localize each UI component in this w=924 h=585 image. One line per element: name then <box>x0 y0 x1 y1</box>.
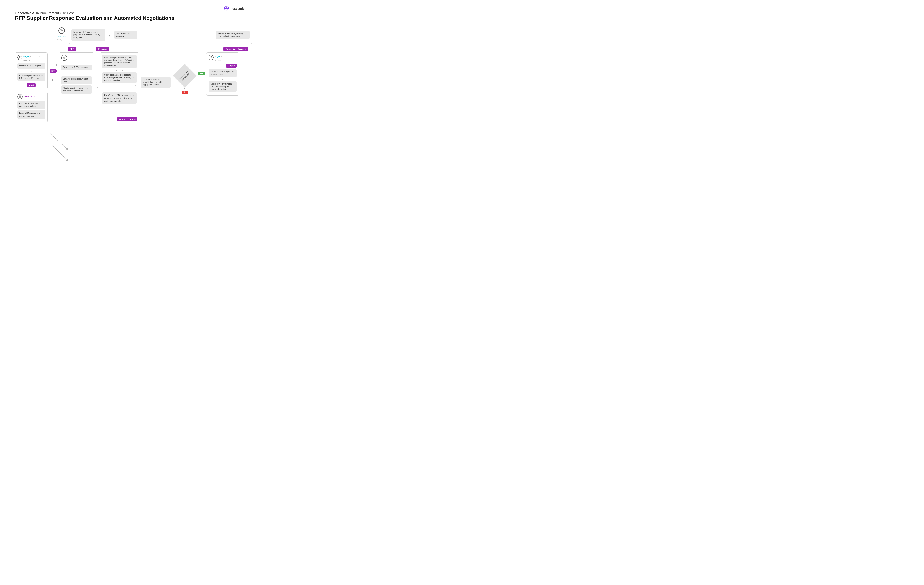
input-badge: Input <box>27 83 36 87</box>
genai-step1: Use LLM to process the proposal and extr… <box>102 55 137 68</box>
buyer2-col: Buyer (Procurement Manager) Output Submi… <box>206 53 239 122</box>
svg-line-10 <box>48 131 68 150</box>
header-title: RFP Supplier Response Evaluation and Aut… <box>15 15 252 21</box>
supplier-sublabel: (Various Vendors) <box>56 37 67 41</box>
svg-point-1 <box>62 29 63 30</box>
proposal-label: Proposal <box>96 47 109 51</box>
buyer1-step1: Initiate a purchase request <box>17 63 45 69</box>
svg-point-0 <box>61 29 62 30</box>
genai-badge: Generative AI Engine <box>117 117 137 121</box>
supplier-step2: Submit custom proposal <box>114 31 137 40</box>
decision-col: Is the proposal acceptable? ▼ No <box>173 53 197 122</box>
datasources-swimlane: Data Sources Past transactional data & p… <box>15 92 48 122</box>
datasources-icon <box>17 94 23 99</box>
buyer1-step2: Provide request details (from ERP system… <box>17 73 45 81</box>
buyer2-icon <box>209 55 214 60</box>
output-badge: Output <box>226 64 236 68</box>
genai-step4: Use GenAI LLM to respond to the proposal… <box>102 92 137 104</box>
buyer1-label: Buyer <box>23 56 28 58</box>
svg-point-6 <box>64 57 65 58</box>
logo-text: nexocode <box>231 7 244 10</box>
datasources-label: Data Sources <box>24 96 36 98</box>
buyer2-step1: Submit purchase request for final proces… <box>209 69 236 77</box>
genai-col: Use LLM to process the proposal and extr… <box>100 53 139 122</box>
rfp-label: RFP <box>68 47 76 51</box>
buyer1-icon <box>17 55 22 60</box>
diagram: Suppliers (Various Vendors) Evaluate RFP… <box>15 27 252 122</box>
svg-point-2 <box>19 56 20 58</box>
genai-step2: Query internal and external data sources… <box>102 72 137 83</box>
supplier-step1: Evaluate RFP and prepare proposal in own… <box>71 29 105 41</box>
datasources-step2: External Database and internet sources <box>17 110 45 119</box>
nexocode-icon <box>224 6 229 12</box>
process-step1: Send out the RFP to suppliers <box>61 64 92 70</box>
process-col: Send out the RFP to suppliers Extract hi… <box>59 53 94 122</box>
process-step2: Extract historical procurement data <box>61 76 92 84</box>
logo: nexocode <box>224 6 244 12</box>
header-subtitle: Generative AI in Procurement Use Case: <box>15 11 252 15</box>
datasources-step1: Past transactional data & procurement po… <box>17 101 45 109</box>
no-badge: No <box>182 91 188 94</box>
svg-point-7 <box>63 57 65 59</box>
supplier-swimlane: Evaluate RFP and prepare proposal in own… <box>69 27 252 44</box>
process-step3: Monitor industry news, reports, and supp… <box>61 86 92 94</box>
svg-line-11 <box>48 140 68 161</box>
supplier-icon <box>58 28 65 34</box>
genai-step3: Compare and evaluate submitted proposal … <box>141 77 171 88</box>
yes-badge: Yes <box>198 72 205 75</box>
supplier-label: Suppliers <box>58 35 65 37</box>
buyer1-swimlane: Buyer (Procurement Manager) Initiate a p… <box>15 53 48 89</box>
svg-point-8 <box>211 56 212 58</box>
buyer2-label: Buyer <box>214 56 220 58</box>
supplier-step3: Submit a new renegotiating proposal with… <box>216 31 249 40</box>
buyer2-step2: Accept or Modify if system identifies ne… <box>209 81 236 92</box>
renegotiated-label: Renegotiated Proposal <box>223 47 248 51</box>
gear-icon <box>61 55 67 61</box>
rfp-gap-label: RFP <box>50 69 56 73</box>
header: Generative AI in Procurement Use Case: R… <box>15 11 252 21</box>
